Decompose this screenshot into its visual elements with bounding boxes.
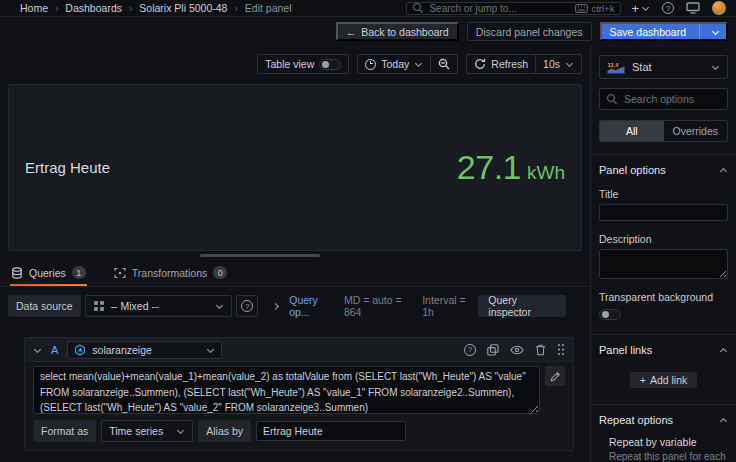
help-icon: ? xyxy=(241,300,253,312)
refresh-button[interactable]: Refresh xyxy=(467,55,535,73)
panel-title: Ertrag Heute xyxy=(25,159,110,176)
query-help-icon[interactable]: ? xyxy=(464,344,476,356)
repeat-options-title: Repeat options xyxy=(599,414,673,426)
tab-queries[interactable]: Queries 1 xyxy=(10,266,87,286)
help-icon[interactable]: ? xyxy=(662,2,674,14)
datasource-help-button[interactable]: ? xyxy=(236,295,258,317)
stat-value-unit: kWh xyxy=(527,162,565,184)
panel-preview-toolbar: Table view Today xyxy=(0,46,590,82)
panel-title-input[interactable] xyxy=(599,204,728,221)
table-view-label: Table view xyxy=(265,58,314,70)
repeat-options-header[interactable]: Repeat options xyxy=(599,414,728,426)
section-divider xyxy=(591,334,736,335)
user-avatar[interactable] xyxy=(712,1,726,15)
chevron-down-icon xyxy=(641,4,650,13)
pencil-icon xyxy=(550,371,561,382)
datasource-picker[interactable]: -- Mixed -- xyxy=(85,295,233,317)
pane-resize-handle[interactable] xyxy=(200,254,320,257)
table-view-toggle[interactable] xyxy=(319,59,341,70)
panel-preview[interactable]: Ertrag Heute 27.1 kWh xyxy=(8,84,582,251)
keyboard-icon xyxy=(575,4,588,13)
section-divider xyxy=(591,154,736,155)
influxdb-datasource-icon xyxy=(74,344,86,356)
save-options-caret[interactable] xyxy=(705,27,726,36)
refresh-icon xyxy=(474,58,486,70)
alias-by-label: Alias by xyxy=(198,420,251,442)
drag-query-handle-icon[interactable] xyxy=(557,343,565,356)
query-datasource-picker[interactable]: solaranzeige xyxy=(67,341,222,359)
panel-options-header[interactable]: Panel options xyxy=(599,164,728,176)
duplicate-query-icon[interactable] xyxy=(487,344,499,356)
zoom-out-button[interactable] xyxy=(430,55,457,73)
back-label: Back to dashboard xyxy=(361,26,449,38)
global-search[interactable]: ctrl+k xyxy=(406,2,621,15)
collapse-query-icon[interactable] xyxy=(33,345,42,354)
filter-overrides[interactable]: Overrides xyxy=(664,121,728,141)
query-toolbar: Data source -- Mixed -- ? Query op... MD… xyxy=(0,287,590,325)
format-as-value: Time series xyxy=(109,425,163,437)
discard-changes-button[interactable]: Discard panel changes xyxy=(467,22,592,41)
query-editor-row: A solaranzeige ? select me xyxy=(24,337,574,451)
new-menu-button[interactable]: + xyxy=(631,2,650,15)
alias-by-input[interactable] xyxy=(256,421,406,441)
query-format-row: Format as Time series Alias by xyxy=(25,418,573,450)
time-range-picker[interactable]: Today xyxy=(358,55,430,73)
grafana-edit-panel: Home › Dashboards › Solarix Pli 5000-48 … xyxy=(0,0,736,462)
refresh-interval-label: 10s xyxy=(543,58,560,70)
clock-icon xyxy=(365,59,376,70)
search-shortcut: ctrl+k xyxy=(575,3,614,14)
delete-query-trash-icon[interactable] xyxy=(535,344,546,356)
query-ref-id[interactable]: A xyxy=(51,344,58,356)
chevron-right-icon xyxy=(272,302,281,311)
time-range-label: Today xyxy=(381,58,409,70)
tab-transformations[interactable]: Transformations 0 xyxy=(113,266,228,286)
top-nav: Home › Dashboards › Solarix Pli 5000-48 … xyxy=(0,0,736,17)
mixed-datasource-icon xyxy=(93,300,105,312)
table-view-toggle-wrap[interactable]: Table view xyxy=(258,55,348,73)
add-link-button[interactable]: + Add link xyxy=(630,372,698,388)
transform-icon xyxy=(114,267,126,279)
breadcrumb-edit-panel: Edit panel xyxy=(245,2,292,14)
query-inspector-button[interactable]: Query inspector xyxy=(478,295,566,317)
visualization-name: Stat xyxy=(632,61,652,73)
panel-options-title: Panel options xyxy=(599,164,666,176)
plus-icon: + xyxy=(631,2,639,15)
refresh-interval-picker[interactable]: 10s xyxy=(535,55,581,73)
options-search-input[interactable] xyxy=(624,93,720,105)
edit-actions-bar: ← Back to dashboard Discard panel change… xyxy=(0,17,736,46)
stat-value-number: 27.1 xyxy=(457,148,521,187)
back-to-dashboard-button[interactable]: ← Back to dashboard xyxy=(336,22,459,41)
breadcrumb-dashboards[interactable]: Dashboards xyxy=(65,2,122,14)
editor-column: Table view Today xyxy=(0,46,590,462)
save-label: Save dashboard xyxy=(602,26,694,38)
zoom-out-icon xyxy=(438,58,450,70)
edit-query-button[interactable] xyxy=(545,366,565,386)
filter-all[interactable]: All xyxy=(600,121,664,141)
visualization-picker[interactable]: 12.4 Stat xyxy=(599,55,728,79)
panel-description-input[interactable] xyxy=(599,249,728,279)
chevron-down-icon xyxy=(215,302,224,311)
hide-query-eye-icon[interactable] xyxy=(510,345,524,355)
stat-viz-icon: 12.4 xyxy=(607,61,625,74)
panel-links-header[interactable]: Panel links xyxy=(599,344,728,356)
format-as-select[interactable]: Time series xyxy=(101,420,193,442)
database-icon xyxy=(11,267,23,279)
datasource-label: Data source xyxy=(8,295,81,317)
breadcrumb-home[interactable]: Home xyxy=(20,2,48,14)
search-input[interactable] xyxy=(429,3,570,14)
news-monitor-icon[interactable] xyxy=(686,2,700,14)
query-options-link[interactable]: Query op... xyxy=(289,294,336,318)
query-options: Query op... MD = auto = 864 Interval = 1… xyxy=(272,294,474,318)
search-icon xyxy=(607,94,618,105)
query-row-actions: ? xyxy=(464,343,565,356)
query-sql-input[interactable]: select mean(value)+mean(value_1)+mean(va… xyxy=(33,366,540,414)
max-data-points-label: MD = auto = 864 xyxy=(344,294,414,318)
discard-label: Discard panel changes xyxy=(476,26,583,38)
save-dashboard-button[interactable]: Save dashboard xyxy=(600,22,728,41)
arrow-left-icon: ← xyxy=(346,26,357,38)
editor-tabs: Queries 1 Transformations 0 xyxy=(0,260,590,287)
refresh-label: Refresh xyxy=(491,58,528,70)
transparent-background-toggle[interactable] xyxy=(599,309,621,320)
options-search[interactable] xyxy=(599,88,728,110)
breadcrumb-dashboard-name[interactable]: Solarix Pli 5000-48 xyxy=(139,2,227,14)
